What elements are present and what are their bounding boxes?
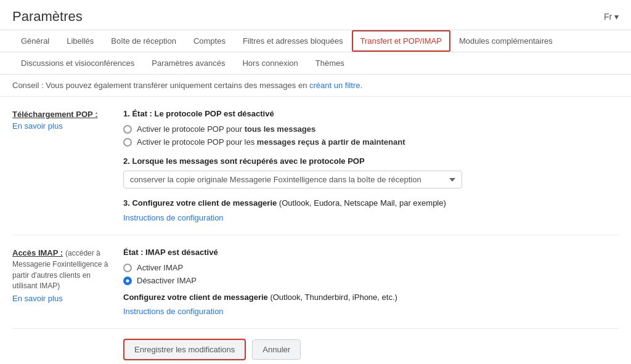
save-button[interactable]: Enregistrer les modifications xyxy=(123,339,246,360)
pop-step3: 3. Configurez votre client de messagerie… xyxy=(123,198,619,222)
nav-row-2: Discussions et visioconférences Paramètr… xyxy=(0,52,631,75)
pop-step1-heading: 1. État : Le protocole POP est désactivé xyxy=(123,109,619,118)
tab-comptes[interactable]: Comptes xyxy=(185,30,234,52)
pop-config-link[interactable]: Instructions de configuration xyxy=(123,213,224,222)
pop-radio1-label[interactable]: Activer le protocole POP pour tous les m… xyxy=(137,124,316,134)
pop-radio2-icon[interactable] xyxy=(123,138,132,147)
imap-enable-label[interactable]: Activer IMAP xyxy=(137,263,183,272)
imap-label: Accès IMAP : xyxy=(12,248,63,257)
pop-step2-heading: 2. Lorsque les messages sont récupérés a… xyxy=(123,156,619,166)
cancel-button[interactable]: Annuler xyxy=(252,339,301,360)
pop-radio2-label[interactable]: Activer le protocole POP pour les messag… xyxy=(137,137,405,147)
pop-step3-heading: 3. Configurez votre client de messagerie… xyxy=(123,198,619,208)
imap-content-col: État : IMAP est désactivé Activer IMAP D… xyxy=(123,248,619,316)
pop-label: Téléchargement POP : xyxy=(12,110,97,119)
footer-buttons: Enregistrer les modifications Annuler xyxy=(0,329,631,364)
imap-label-col: Accès IMAP : (accéder à Messagerie Foxin… xyxy=(12,248,123,316)
tab-parametres-avances[interactable]: Paramètres avancés xyxy=(143,52,234,74)
tab-discussions[interactable]: Discussions et visioconférences xyxy=(12,52,143,74)
imap-config-link[interactable]: Instructions de configuration xyxy=(123,307,224,316)
page-title: Paramètres xyxy=(12,9,83,25)
pop-section: Téléchargement POP : En savoir plus 1. É… xyxy=(12,97,619,235)
imap-status-heading: État : IMAP est désactivé xyxy=(123,248,619,257)
pop-radio1-icon[interactable] xyxy=(123,125,132,134)
tab-boite-reception[interactable]: Boîte de réception xyxy=(102,30,185,52)
tab-general[interactable]: Général xyxy=(12,30,58,52)
tab-modules[interactable]: Modules complémentaires xyxy=(450,30,561,52)
language-selector[interactable]: Fr ▾ xyxy=(604,12,619,22)
tab-libelles[interactable]: Libellés xyxy=(58,30,102,52)
imap-radio1-icon[interactable] xyxy=(123,264,132,272)
pop-content-col: 1. État : Le protocole POP est désactivé… xyxy=(123,109,619,222)
creating-filter-link[interactable]: créant un filtre xyxy=(309,81,360,90)
imap-learn-more[interactable]: En savoir plus xyxy=(12,294,111,303)
advice-text: Conseil : Vous pouvez également transfér… xyxy=(12,81,309,90)
pop-step2: 2. Lorsque les messages sont récupérés a… xyxy=(123,156,619,188)
content: Conseil : Vous pouvez également transfér… xyxy=(0,75,631,364)
tab-filtres[interactable]: Filtres et adresses bloquées xyxy=(234,30,352,52)
nav-row-1: Général Libellés Boîte de réception Comp… xyxy=(0,30,631,52)
advice-bar: Conseil : Vous pouvez également transfér… xyxy=(0,75,631,97)
tab-hors-connexion[interactable]: Hors connexion xyxy=(234,52,306,74)
advice-suffix: . xyxy=(360,81,362,90)
imap-section: Accès IMAP : (accéder à Messagerie Foxin… xyxy=(12,235,619,329)
imap-config-section: Configurez votre client de messagerie (O… xyxy=(123,293,619,316)
pop-copy-action-dropdown[interactable]: conserver la copie originale Messagerie … xyxy=(123,171,462,188)
header: Paramètres Fr ▾ xyxy=(0,0,631,30)
imap-radio1: Activer IMAP xyxy=(123,263,619,272)
pop-radio1: Activer le protocole POP pour tous les m… xyxy=(123,124,619,134)
pop-radio2: Activer le protocole POP pour les messag… xyxy=(123,137,619,147)
imap-disable-label[interactable]: Désactiver IMAP xyxy=(137,276,197,285)
imap-config-heading: Configurez votre client de messagerie (O… xyxy=(123,293,619,302)
pop-label-col: Téléchargement POP : En savoir plus xyxy=(12,109,123,222)
tab-transfert-pop-imap[interactable]: Transfert et POP/IMAP xyxy=(352,30,450,52)
settings-body: Téléchargement POP : En savoir plus 1. É… xyxy=(0,97,631,329)
pop-learn-more[interactable]: En savoir plus xyxy=(12,121,111,131)
tab-themes[interactable]: Thèmes xyxy=(307,52,353,74)
imap-radio2: Désactiver IMAP xyxy=(123,276,619,285)
imap-radio2-icon[interactable] xyxy=(123,277,132,285)
